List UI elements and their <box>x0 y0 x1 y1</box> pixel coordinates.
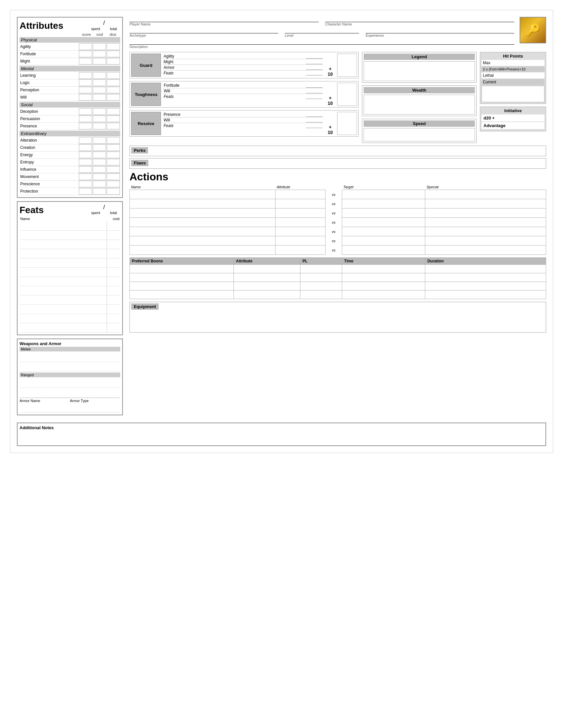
boon-duration-3[interactable] <box>425 282 546 291</box>
boon-name-2[interactable] <box>130 273 234 282</box>
deception-score[interactable] <box>79 108 92 115</box>
resolve-total-box[interactable] <box>337 112 357 135</box>
action-target-6[interactable] <box>342 236 425 246</box>
boon-time-2[interactable] <box>342 273 425 282</box>
action-target-2[interactable] <box>342 199 425 208</box>
boon-duration-4[interactable] <box>425 291 546 299</box>
description-input[interactable] <box>129 39 514 45</box>
movement-dice[interactable] <box>107 173 120 180</box>
toughness-total-box[interactable] <box>337 83 357 106</box>
action-target-5[interactable] <box>342 227 425 236</box>
perception-cost[interactable] <box>93 87 106 93</box>
prescience-score[interactable] <box>79 181 92 187</box>
alteration-dice[interactable] <box>107 137 120 144</box>
action-attr-3[interactable] <box>275 208 325 218</box>
perks-content[interactable] <box>152 147 544 155</box>
feat-name-12[interactable] <box>20 323 107 332</box>
action-attr-2[interactable] <box>275 199 325 208</box>
action-special-1[interactable] <box>425 190 546 199</box>
learning-cost[interactable] <box>93 72 106 79</box>
feat-cost-10[interactable] <box>107 305 120 314</box>
resolve-will-value[interactable] <box>306 118 323 122</box>
feat-cost-11[interactable] <box>107 314 120 323</box>
action-special-3[interactable] <box>425 208 546 218</box>
boon-duration-2[interactable] <box>425 273 546 282</box>
energy-score[interactable] <box>79 152 92 158</box>
presence-cost[interactable] <box>93 123 106 129</box>
additional-notes-content[interactable] <box>20 430 543 443</box>
melee-row-1[interactable] <box>20 352 120 362</box>
persuasion-dice[interactable] <box>107 115 120 122</box>
will-cost[interactable] <box>93 94 106 101</box>
action-special-7[interactable] <box>425 246 546 255</box>
hp-current-value[interactable] <box>482 86 544 102</box>
feat-name-1[interactable] <box>20 221 107 230</box>
feat-cost-9[interactable] <box>107 296 120 304</box>
resolve-presence-value[interactable] <box>306 112 323 117</box>
action-special-2[interactable] <box>425 199 546 208</box>
feat-cost-5[interactable] <box>107 258 120 267</box>
feat-name-7[interactable] <box>20 277 107 286</box>
feat-name-3[interactable] <box>20 240 107 249</box>
entropy-cost[interactable] <box>93 159 106 165</box>
feat-cost-7[interactable] <box>107 277 120 286</box>
persuasion-cost[interactable] <box>93 115 106 122</box>
perception-dice[interactable] <box>107 87 120 93</box>
feat-name-10[interactable] <box>20 305 107 314</box>
speed-content[interactable] <box>364 128 475 141</box>
creation-score[interactable] <box>79 144 92 151</box>
alteration-score[interactable] <box>79 137 92 144</box>
boon-pl-2[interactable] <box>301 273 342 282</box>
guard-agility-value[interactable] <box>306 54 323 59</box>
action-name-7[interactable] <box>130 246 275 255</box>
action-name-6[interactable] <box>130 236 275 246</box>
presence-dice[interactable] <box>107 123 120 129</box>
feat-cost-8[interactable] <box>107 286 120 295</box>
influence-score[interactable] <box>79 166 92 173</box>
boon-attr-1[interactable] <box>234 265 301 273</box>
action-name-2[interactable] <box>130 199 275 208</box>
feat-cost-6[interactable] <box>107 268 120 277</box>
might-dice[interactable] <box>107 58 120 65</box>
feat-cost-1[interactable] <box>107 221 120 230</box>
feat-name-6[interactable] <box>20 268 107 277</box>
archetype-input[interactable] <box>129 28 278 33</box>
deception-cost[interactable] <box>93 108 106 115</box>
action-attr-6[interactable] <box>275 236 325 246</box>
logic-dice[interactable] <box>107 79 120 86</box>
guard-might-value[interactable] <box>306 60 323 64</box>
fortitude-cost[interactable] <box>93 51 106 57</box>
action-target-7[interactable] <box>342 246 425 255</box>
guard-button[interactable]: Guard <box>131 54 161 77</box>
logic-cost[interactable] <box>93 79 106 86</box>
equipment-content[interactable] <box>131 311 544 331</box>
will-dice[interactable] <box>107 94 120 101</box>
boon-time-1[interactable] <box>342 265 425 273</box>
protection-dice[interactable] <box>107 188 120 195</box>
alteration-cost[interactable] <box>93 137 106 144</box>
agility-cost[interactable] <box>93 43 106 50</box>
action-name-5[interactable] <box>130 227 275 236</box>
creation-cost[interactable] <box>93 144 106 151</box>
flaws-content[interactable] <box>152 160 544 167</box>
feat-name-5[interactable] <box>20 258 107 267</box>
boon-time-3[interactable] <box>342 282 425 291</box>
legend-content[interactable] <box>364 61 475 81</box>
protection-cost[interactable] <box>93 188 106 195</box>
learning-score[interactable] <box>79 72 92 79</box>
logic-score[interactable] <box>79 79 92 86</box>
boon-duration-1[interactable] <box>425 265 546 273</box>
boon-time-4[interactable] <box>342 291 425 299</box>
feat-cost-4[interactable] <box>107 249 120 258</box>
boon-pl-1[interactable] <box>301 265 342 273</box>
feat-name-4[interactable] <box>20 249 107 258</box>
feat-cost-12[interactable] <box>107 323 120 332</box>
action-special-6[interactable] <box>425 236 546 246</box>
experience-input[interactable] <box>366 28 514 33</box>
perception-score[interactable] <box>79 87 92 93</box>
toughness-feats-value[interactable] <box>306 94 323 99</box>
feat-cost-3[interactable] <box>107 240 120 249</box>
action-target-1[interactable] <box>342 190 425 199</box>
energy-dice[interactable] <box>107 152 120 158</box>
player-name-input[interactable] <box>129 17 319 22</box>
